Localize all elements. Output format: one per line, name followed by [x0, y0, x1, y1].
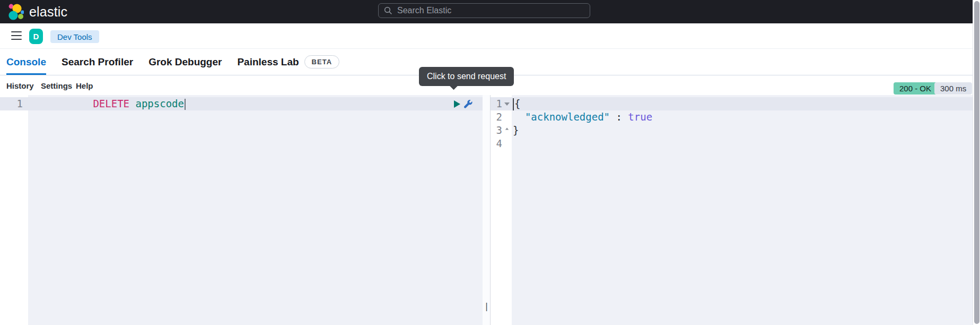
send-request-tooltip: Click to send request	[419, 67, 514, 86]
response-line-3[interactable]: 3 }	[491, 124, 980, 137]
tab-search-profiler[interactable]: Search Profiler	[62, 49, 133, 75]
brand-wordmark: elastic	[29, 4, 67, 20]
json-colon: :	[610, 111, 628, 123]
token-space	[129, 98, 135, 109]
text-cursor	[185, 99, 186, 110]
space-avatar[interactable]: D	[29, 29, 43, 44]
page-scrollbar	[973, 0, 980, 325]
app-header: elastic e	[0, 0, 980, 23]
request-editor[interactable]: 1 DELETE appscode	[0, 95, 483, 325]
search-input[interactable]	[397, 6, 584, 15]
menu-hamburger-icon[interactable]	[11, 31, 22, 40]
request-gutter	[0, 95, 28, 325]
response-line-1[interactable]: 1 {	[491, 97, 980, 110]
json-open-brace: {	[514, 98, 520, 109]
response-line-4[interactable]: 4	[491, 137, 980, 150]
json-value: true	[628, 111, 652, 123]
menu-help[interactable]: Help	[76, 81, 93, 90]
line-number: 3	[491, 124, 502, 137]
breadcrumb-dev-tools[interactable]: Dev Tools	[50, 30, 99, 43]
line-number: 1	[0, 97, 23, 110]
line-number: 1	[491, 97, 502, 110]
json-key: "acknowledged"	[513, 111, 610, 123]
scrollbar-thumb[interactable]	[974, 1, 979, 324]
tab-painless-lab-label: Painless Lab	[237, 56, 299, 68]
breadcrumb-bar: D Dev Tools	[0, 23, 980, 49]
menu-history[interactable]: History	[6, 81, 34, 90]
request-target: appscode	[135, 98, 184, 109]
menu-settings[interactable]: Settings	[41, 81, 72, 90]
line-number: 2	[491, 110, 502, 124]
text-cursor	[513, 98, 514, 110]
tab-console[interactable]: Console	[6, 49, 46, 75]
elastic-logo-icon	[7, 3, 24, 20]
global-search[interactable]	[378, 3, 590, 18]
response-status-badge: 200 - OK	[894, 82, 937, 95]
send-request-play-icon[interactable]	[454, 100, 460, 108]
fold-open-icon[interactable]	[504, 102, 510, 106]
request-options-wrench-icon[interactable]	[463, 99, 472, 108]
response-editor[interactable]: 1 { 2 "acknowledged" : true 3 } 4	[491, 95, 980, 325]
request-line-1[interactable]: 1 DELETE appscode	[0, 97, 483, 110]
panel-resizer[interactable]: ||	[483, 95, 491, 325]
fold-end-icon[interactable]	[505, 128, 509, 130]
console-editors: 1 DELETE appscode || 1 {	[0, 95, 980, 325]
search-icon	[384, 6, 392, 15]
tab-painless-lab[interactable]: Painless Lab BETA	[237, 49, 339, 75]
line-number: 4	[491, 137, 502, 150]
beta-badge: BETA	[304, 55, 339, 69]
tab-grok-debugger[interactable]: Grok Debugger	[148, 49, 222, 75]
response-time-badge: 300 ms	[934, 82, 972, 95]
json-close-brace: }	[513, 124, 519, 136]
request-method: DELETE	[93, 98, 129, 109]
response-line-2[interactable]: 2 "acknowledged" : true	[491, 110, 980, 124]
